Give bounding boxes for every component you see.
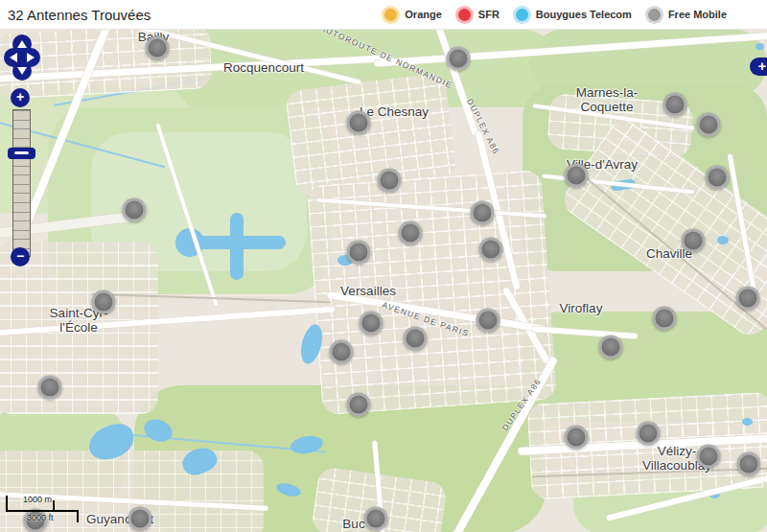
- zoom-slider-handle[interactable]: [8, 148, 35, 159]
- place-label-le-chesnay: Le Chesnay: [360, 104, 429, 119]
- antenna-marker[interactable]: [378, 169, 402, 193]
- arrow-up-icon: [17, 40, 27, 48]
- free-mobile-dot-icon: [648, 9, 661, 21]
- place-label-rocquencourt: Rocquencourt: [223, 60, 304, 75]
- arrow-left-icon: [10, 53, 17, 62]
- place-label-viroflay: Viroflay: [560, 301, 603, 315]
- antenna-marker[interactable]: [404, 327, 428, 351]
- antenna-marker[interactable]: [565, 164, 589, 188]
- antenna-marker[interactable]: [364, 507, 388, 531]
- place-label-versailles: Versailles: [340, 284, 396, 298]
- antenna-marker[interactable]: [565, 426, 589, 450]
- antenna-marker[interactable]: [682, 229, 706, 253]
- legend-item-free-mobile[interactable]: Free Mobile: [645, 9, 727, 21]
- layer-switcher-button[interactable]: +: [750, 58, 767, 76]
- page-title: 32 Antennes Trouvées: [8, 7, 151, 23]
- scale-metric-label: 1000 m: [23, 495, 52, 504]
- zoom-in-button[interactable]: +: [11, 88, 30, 107]
- legend-item-bouygues-telecom[interactable]: Bouygues Telecom: [513, 9, 632, 21]
- orange-dot-icon: [384, 9, 397, 21]
- antenna-marker[interactable]: [697, 113, 721, 137]
- antenna-marker[interactable]: [479, 238, 503, 262]
- antenna-marker[interactable]: [706, 166, 730, 190]
- legend-item-sfr[interactable]: SFR: [455, 9, 500, 21]
- arrow-right-icon: [27, 53, 35, 62]
- scale-tick: [77, 510, 79, 522]
- scale-imperial-label: 3000 ft: [27, 513, 54, 522]
- scale-tick: [53, 500, 55, 510]
- pan-south-button[interactable]: [12, 61, 32, 81]
- scale-line: [6, 510, 79, 512]
- antenna-marker[interactable]: [447, 47, 471, 71]
- antenna-marker[interactable]: [697, 445, 721, 469]
- legend-item-orange[interactable]: Orange: [382, 9, 442, 21]
- antenna-marker[interactable]: [663, 93, 687, 117]
- header-bar: 32 Antennes Trouvées OrangeSFRBouygues T…: [0, 0, 767, 30]
- water-pond: [717, 236, 729, 244]
- antenna-marker[interactable]: [347, 111, 371, 135]
- bouygues-telecom-dot-icon: [516, 9, 528, 21]
- legend-item-label: Bouygues Telecom: [536, 9, 632, 20]
- antenna-marker[interactable]: [347, 241, 371, 265]
- antenna-marker[interactable]: [599, 335, 623, 359]
- legend-item-label: SFR: [478, 9, 500, 20]
- antenna-marker[interactable]: [360, 312, 384, 335]
- antenna-marker[interactable]: [653, 307, 677, 331]
- antenna-marker[interactable]: [330, 340, 354, 364]
- antenna-marker[interactable]: [123, 198, 147, 222]
- antenna-marker[interactable]: [347, 393, 371, 417]
- map-canvas[interactable]: AUTOROUTE DE NORMANDIEDUPLEX A86AVENUE D…: [0, 29, 767, 532]
- scale-bar: 1000 m 3000 ft: [6, 495, 97, 527]
- antenna-marker[interactable]: [128, 507, 152, 531]
- antenna-marker[interactable]: [737, 452, 761, 476]
- antenna-marker[interactable]: [736, 287, 760, 311]
- antenna-marker[interactable]: [476, 309, 500, 333]
- antenna-marker[interactable]: [399, 221, 423, 245]
- zoom-out-button[interactable]: −: [11, 247, 30, 266]
- antenna-marker[interactable]: [637, 422, 661, 446]
- arrow-down-icon: [17, 67, 27, 75]
- sfr-dot-icon: [458, 9, 471, 21]
- antenna-marker[interactable]: [471, 201, 495, 225]
- pan-zoom-control: + −: [3, 35, 41, 274]
- water-pond: [742, 418, 753, 426]
- place-label-marnes-la-coquette: Marnes-la- Coquette: [576, 85, 639, 114]
- antenna-marker[interactable]: [146, 36, 170, 60]
- water-pond: [755, 43, 764, 50]
- antenna-marker[interactable]: [38, 376, 62, 400]
- water-canal: [230, 213, 244, 280]
- zoom-slider-track[interactable]: [12, 109, 31, 257]
- legend: OrangeSFRBouygues TelecomFree Mobile: [382, 0, 727, 29]
- place-label-buc: Buc: [342, 517, 364, 531]
- legend-item-label: Orange: [405, 9, 442, 20]
- antenna-marker[interactable]: [92, 290, 116, 314]
- legend-item-label: Free Mobile: [668, 9, 727, 20]
